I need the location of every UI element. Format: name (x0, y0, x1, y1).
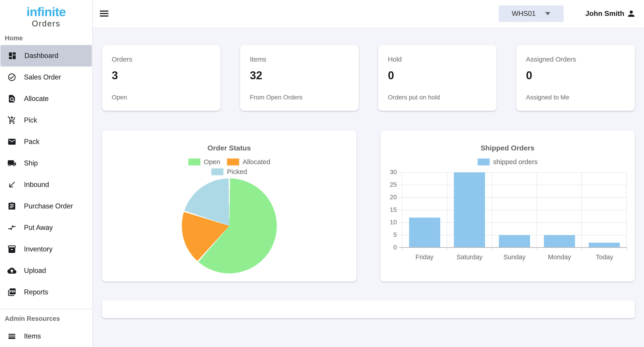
sidebar-item-pack[interactable]: Pack (0, 131, 92, 152)
x-tick-label: Today (582, 254, 627, 261)
sidebar-section-label: Home (5, 34, 92, 42)
x-axis-line (399, 247, 627, 248)
bar-chart-title: Shipped Orders (380, 144, 635, 152)
sidebar-item-items[interactable]: Items (0, 326, 92, 347)
y-tick-label: 30 (381, 168, 397, 176)
sidebar-section-label: Admin Resources (5, 315, 92, 322)
sidebar-section: Admin ResourcesItems (0, 309, 92, 347)
sidebar-item-upload[interactable]: Upload (0, 260, 92, 282)
sidebar-section: HomeDashboardSales OrderAllocatePickPack… (0, 34, 92, 303)
bar-sunday (499, 235, 530, 248)
y-tick-label: 10 (381, 219, 397, 226)
sidebar-item-put-away[interactable]: Put Away (0, 217, 92, 238)
user-menu[interactable]: John Smith (585, 9, 636, 18)
add-cart-icon (8, 116, 16, 125)
gridline (399, 172, 627, 172)
sidebar-item-purchase-order[interactable]: Purchase Order (0, 196, 92, 217)
legend-swatch (478, 158, 490, 166)
legend-item-allocated[interactable]: Allocated (227, 158, 270, 166)
y-tick-label: 25 (381, 181, 397, 188)
compare-arrows-icon (8, 223, 16, 232)
stat-card-value: 3 (112, 69, 211, 82)
legend-label: Picked (227, 168, 247, 176)
order-status-pie (182, 178, 277, 273)
charts-row: Order Status OpenAllocatedPicked Shipped… (102, 130, 635, 282)
pdf-icon (8, 288, 16, 297)
sidebar-item-label: Pick (24, 116, 37, 124)
stat-card-title: Hold (388, 56, 487, 63)
chevron-down-icon (545, 12, 550, 15)
sidebar-item-dashboard[interactable]: Dashboard (0, 45, 92, 66)
truck-icon (8, 159, 16, 168)
main-area: WHS01 John Smith Orders3OpenItems32From … (93, 0, 644, 347)
top-bar: WHS01 John Smith (93, 0, 644, 27)
arrow-received-icon (8, 180, 16, 189)
stat-card-value: 32 (250, 69, 349, 82)
x-tick-label: Sunday (492, 254, 537, 261)
sidebar-item-inventory[interactable]: Inventory (0, 238, 92, 260)
sidebar-item-label: Pack (24, 138, 40, 146)
menu-icon[interactable] (100, 9, 108, 18)
person-icon (626, 9, 636, 18)
legend-item-open[interactable]: Open (188, 158, 220, 166)
stat-card-hold: Hold0Orders put on hold (378, 45, 497, 111)
sidebar-item-sales-order[interactable]: Sales Order (0, 66, 92, 88)
bar-friday (409, 218, 440, 248)
y-tick-label: 0 (381, 244, 397, 251)
inventory-icon (8, 245, 16, 254)
stat-card-title: Orders (112, 56, 211, 63)
y-tick-label: 5 (381, 231, 397, 238)
sidebar-item-ship[interactable]: Ship (0, 152, 92, 174)
stat-card-caption: Open (112, 94, 211, 101)
shipped-orders-plot: 051015202530 (402, 172, 627, 248)
brand-logo: infinite Orders (0, 0, 92, 29)
sidebar-item-reports[interactable]: Reports (0, 282, 92, 303)
stat-card-caption: Assigned to Me (526, 94, 625, 101)
legend-swatch (211, 168, 224, 176)
sidebar-item-label: Purchase Order (24, 202, 73, 210)
sidebar-item-label: Put Away (24, 224, 53, 232)
dashboard-content: Orders3OpenItems32From Open OrdersHold0O… (93, 27, 644, 347)
legend-item-shipped-orders[interactable]: shipped orders (478, 158, 538, 166)
app: infinite Orders HomeDashboardSales Order… (0, 0, 644, 347)
stat-card-caption: Orders put on hold (388, 94, 487, 101)
stat-card-caption: From Open Orders (250, 94, 349, 101)
legend-label: shipped orders (493, 158, 538, 166)
empty-card (102, 300, 635, 318)
sidebar-item-inbound[interactable]: Inbound (0, 174, 92, 196)
sidebar-item-label: Items (24, 332, 41, 340)
warehouse-selector[interactable]: WHS01 (499, 5, 564, 22)
gridline (399, 197, 627, 198)
shipped-orders-card: Shipped Orders shipped orders 0510152025… (380, 130, 635, 282)
sidebar-item-label: Inventory (24, 245, 52, 253)
sidebar-item-allocate[interactable]: Allocate (0, 88, 92, 110)
clipboard-icon (8, 202, 16, 211)
pie-chart-title: Order Status (102, 144, 356, 152)
legend-label: Allocated (242, 158, 270, 166)
bar-legend: shipped orders (380, 158, 635, 166)
bar-saturday (454, 172, 485, 248)
sidebar-item-label: Ship (24, 159, 38, 167)
order-status-card: Order Status OpenAllocatedPicked (102, 130, 356, 282)
bar-monday (544, 235, 575, 248)
sidebar: infinite Orders HomeDashboardSales Order… (0, 0, 93, 347)
mail-icon (8, 137, 16, 146)
x-tick-label: Monday (537, 254, 582, 261)
stat-card-value: 0 (388, 69, 487, 82)
stat-card-orders: Orders3Open (102, 45, 220, 111)
brand-subtitle: Orders (0, 19, 92, 29)
y-tick-label: 15 (381, 206, 397, 213)
pie-legend: OpenAllocatedPicked (176, 158, 283, 176)
stat-card-title: Assigned Orders (526, 56, 625, 63)
stat-card-value: 0 (526, 69, 625, 82)
sidebar-item-label: Inbound (24, 181, 49, 189)
find-page-icon (8, 94, 16, 103)
legend-item-picked[interactable]: Picked (211, 168, 247, 176)
x-tick-label: Saturday (447, 254, 492, 261)
gridline (399, 210, 627, 210)
bar-x-labels: FridaySaturdaySundayMondayToday (402, 254, 627, 261)
sidebar-item-pick[interactable]: Pick (0, 110, 92, 131)
legend-label: Open (204, 158, 220, 166)
brand-name: infinite (0, 5, 92, 19)
stat-card-items: Items32From Open Orders (240, 45, 359, 111)
